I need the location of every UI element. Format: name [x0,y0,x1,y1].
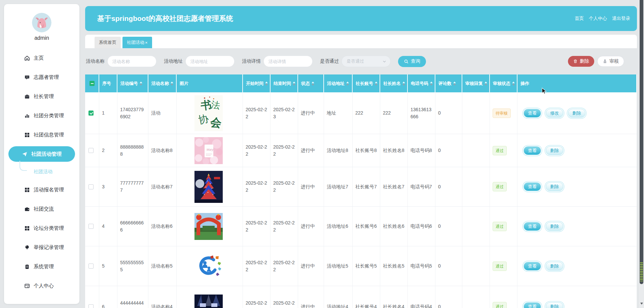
column-header-address[interactable]: 活动地址 [324,74,353,92]
sidebar-subitem-club-activity[interactable]: 社团活动 [4,163,79,180]
row-checkbox[interactable] [88,304,94,308]
row-checkbox[interactable] [88,184,94,189]
scrollbar-track[interactable] [639,0,644,308]
scrollbar-thumb[interactable] [640,0,643,284]
view-button[interactable]: 查看 [524,222,541,231]
view-button[interactable]: 查看 [524,146,541,155]
sort-caret-icon[interactable] [430,80,433,87]
delete-row-button[interactable]: 删除 [546,302,563,308]
delete-row-button[interactable]: 删除 [546,182,563,191]
view-button[interactable]: 查看 [524,109,541,118]
sidebar-item-reports[interactable]: 举报记录管理 [4,238,79,257]
sort-caret-icon[interactable] [312,80,314,87]
cell-end: 2025-02-22 [271,246,298,286]
delete-button[interactable]: 删除 [568,56,594,67]
sidebar-item-label: 社团信息管理 [34,132,64,138]
nav-profile[interactable]: 个人中心 [589,16,607,22]
delete-button-label: 删除 [580,58,589,64]
tab-club-activity[interactable]: 社团活动× [122,37,152,48]
sidebar-item-home[interactable]: 主页 [4,49,79,68]
select-all-checkbox[interactable] [90,81,95,86]
row-checkbox[interactable] [88,111,94,116]
tab-close-icon[interactable]: × [145,40,148,45]
pass-select[interactable]: 是否通过 [342,56,391,67]
column-header-account[interactable]: 社长账号 [353,74,380,92]
sidebar-item-club-activities[interactable]: 社团活动管理 [8,146,75,162]
sort-caret-icon[interactable] [171,80,173,87]
column-header-comments[interactable]: 评论数 [435,74,462,92]
cell-comments: 0 [435,246,462,286]
sidebar-item-forum-categories[interactable]: 论坛分类管理 [4,219,79,238]
cell-address: 活动地址5 [324,246,353,286]
cell-start: 2025-02-22 [243,246,271,286]
sort-caret-icon[interactable] [140,80,142,87]
sidebar-item-presidents[interactable]: 社长管理 [4,87,79,106]
cell-account: 社长账号7 [353,167,380,206]
cell-actions: 查看删除 [517,134,637,167]
column-header-reply[interactable]: 审核回复 [462,74,490,92]
home-icon [24,55,30,61]
select-all-header[interactable] [85,74,99,92]
cell-end: 2025-02-22 [271,286,298,308]
sort-caret-icon[interactable] [346,80,349,87]
sidebar-item-exchange[interactable]: 社团交流 [4,199,79,219]
column-header-phone[interactable]: 电话号码 [408,74,435,92]
row-checkbox[interactable] [88,264,94,269]
column-header-audit[interactable]: 审核状态 [490,74,517,92]
column-header-label: 社长账号 [356,81,373,87]
sort-caret-icon[interactable] [453,80,456,87]
column-header-end[interactable]: 结束时间 [271,74,298,92]
view-button[interactable]: 查看 [524,302,541,308]
sidebar-subitem-label: 社团活动 [34,169,52,175]
sort-caret-icon[interactable] [293,80,295,87]
sort-caret-icon[interactable] [265,80,268,87]
view-button[interactable]: 查看 [524,182,541,191]
column-header-name[interactable]: 活动名称 [148,74,177,92]
sort-caret-icon[interactable] [375,80,378,87]
activity-name-input[interactable] [107,56,156,67]
nav-logout[interactable]: 退出登录 [612,16,630,22]
row-checkbox[interactable] [88,148,94,153]
tab-system-home[interactable]: 系统首页 [95,37,121,48]
nav-home[interactable]: 首页 [575,16,584,22]
sidebar-item-signups[interactable]: 活动报名管理 [4,180,79,199]
sidebar-item-club-info[interactable]: 社团信息管理 [4,125,79,145]
delete-row-button[interactable]: 删除 [546,222,563,231]
cell-address: 活动地址4 [324,286,353,308]
cell-address: 地址 [324,92,353,134]
filter-name-label: 活动名称 [86,58,105,64]
column-header-president[interactable]: 社长姓名 [380,74,408,92]
stamp-icon [603,59,607,64]
topbar: 基于springboot的高校社团志愿者管理系统 首页个人中心退出登录 [85,6,637,31]
edit-button[interactable]: 修改 [546,109,563,118]
column-header-label: 活动地址 [327,81,345,87]
sort-caret-icon[interactable] [402,80,405,87]
pass-select-value: 是否通过 [347,58,364,64]
sidebar-item-system[interactable]: 系统管理 [4,257,79,276]
sidebar-item-volunteers[interactable]: 志愿者管理 [4,68,79,87]
table-row: 11740237796902活动书法协会2025-02-222025-02-23… [85,92,637,134]
grid-icon [24,225,30,231]
grid-icon [24,132,30,138]
sidebar-item-personal-center[interactable]: 个人中心 [4,276,79,296]
column-header-start[interactable]: 开始时间 [243,74,271,92]
column-header-code[interactable]: 活动编号 [117,74,148,92]
sidebar-item-club-categories[interactable]: 社团分类管理 [4,106,79,125]
column-header-status[interactable]: 状态 [298,74,324,92]
search-button[interactable]: 查询 [398,56,426,67]
scrollbar-down-arrow[interactable] [640,303,643,306]
sidebar: admin 主页志愿者管理社长管理社团分类管理社团信息管理社团活动管理社团活动活… [4,4,79,304]
delete-row-button[interactable]: 删除 [568,109,585,118]
delete-row-button[interactable]: 删除 [546,262,563,271]
activity-address-input[interactable] [185,56,235,67]
view-button[interactable]: 查看 [524,262,541,271]
cell-president: 社长姓名7 [380,167,408,206]
activity-detail-input[interactable] [263,56,313,67]
filter-pass-label: 是否通过 [320,58,339,64]
sidebar-item-label: 社长管理 [34,93,54,100]
sort-caret-icon[interactable] [485,80,487,87]
audit-button[interactable]: 审核 [597,56,624,67]
sort-caret-icon[interactable] [512,80,515,87]
delete-row-button[interactable]: 删除 [546,146,563,155]
row-checkbox[interactable] [88,224,94,229]
